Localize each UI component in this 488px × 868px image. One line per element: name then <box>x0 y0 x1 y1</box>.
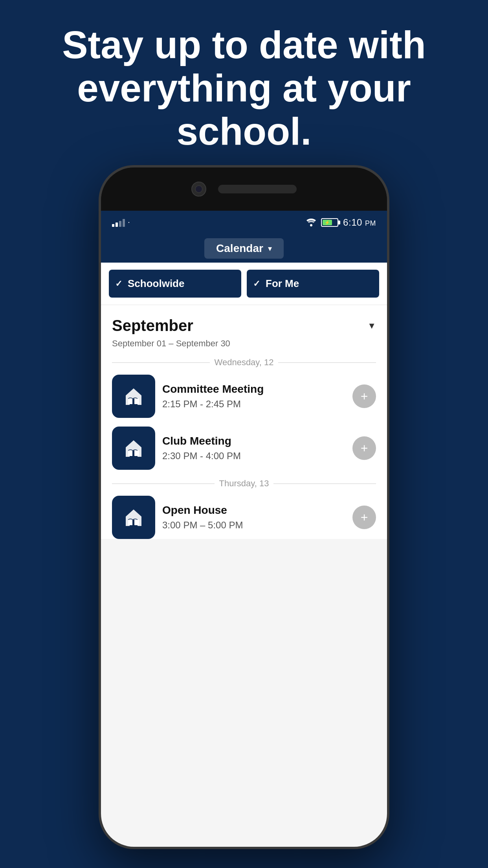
separator-line <box>112 484 215 484</box>
day-label-wed: Wednesday, 12 <box>215 357 274 368</box>
status-left: · <box>112 218 130 227</box>
status-time: 6:10 PM <box>343 217 376 228</box>
phone-screen: · 6:10 PM <box>101 211 387 847</box>
svg-rect-2 <box>128 399 133 404</box>
hero-headline: Stay up to date with everything at your … <box>0 24 488 153</box>
event-title-club: Club Meeting <box>162 435 345 447</box>
day-separator-wed: Wednesday, 12 <box>112 357 376 368</box>
chevron-down-icon: ▾ <box>268 244 272 253</box>
app-header: Calendar ▾ <box>101 234 387 263</box>
check-icon: ✓ <box>253 279 260 289</box>
add-club-button[interactable]: + <box>352 436 376 460</box>
status-right: 6:10 PM <box>306 217 376 228</box>
event-club-meeting: Club Meeting 2:30 PM - 4:00 PM + <box>112 427 376 470</box>
battery-icon <box>321 218 338 227</box>
phone-top-hardware <box>101 167 387 211</box>
check-icon: ✓ <box>115 279 122 289</box>
status-bar: · 6:10 PM <box>101 211 387 234</box>
month-range: September 01 – September 30 <box>112 338 376 349</box>
filter-forme-label: For Me <box>266 278 299 290</box>
add-committee-button[interactable]: + <box>352 384 376 408</box>
month-title: September <box>112 317 193 335</box>
separator-line <box>112 362 210 363</box>
svg-rect-7 <box>134 451 139 456</box>
event-icon-club <box>112 427 155 470</box>
speaker-grille <box>218 185 297 193</box>
day-label-thu: Thursday, 13 <box>219 478 269 489</box>
month-header: September ▼ <box>112 317 376 338</box>
event-icon-committee <box>112 375 155 418</box>
svg-point-0 <box>310 224 312 226</box>
event-details-openhouse: Open House 3:00 PM – 5:00 PM <box>162 504 345 531</box>
separator-line <box>278 362 376 363</box>
calendar-dropdown[interactable]: Calendar ▾ <box>204 238 284 259</box>
day-separator-thu: Thursday, 13 <box>112 478 376 489</box>
svg-rect-11 <box>134 520 139 525</box>
month-dropdown-icon[interactable]: ▼ <box>367 321 376 331</box>
event-time-committee: 2:15 PM - 2:45 PM <box>162 399 345 410</box>
svg-rect-10 <box>128 520 133 525</box>
filter-schoolwide-button[interactable]: ✓ Schoolwide <box>109 270 241 298</box>
svg-rect-6 <box>128 451 133 456</box>
event-time-openhouse: 3:00 PM – 5:00 PM <box>162 520 345 531</box>
filter-bar: ✓ Schoolwide ✓ For Me <box>101 263 387 305</box>
phone-mockup: · 6:10 PM <box>99 165 389 849</box>
add-openhouse-button[interactable]: + <box>352 506 376 529</box>
event-open-house: Open House 3:00 PM – 5:00 PM + <box>112 496 376 539</box>
event-committee-meeting: Committee Meeting 2:15 PM - 2:45 PM + <box>112 375 376 418</box>
event-icon-openhouse <box>112 496 155 539</box>
separator-line <box>273 484 376 484</box>
filter-schoolwide-label: Schoolwide <box>128 278 184 290</box>
event-title-openhouse: Open House <box>162 504 345 517</box>
calendar-title: Calendar <box>216 242 263 255</box>
event-details-committee: Committee Meeting 2:15 PM - 2:45 PM <box>162 383 345 410</box>
signal-dot: · <box>128 219 130 226</box>
signal-icon <box>112 218 125 227</box>
svg-rect-3 <box>134 399 139 404</box>
event-details-club: Club Meeting 2:30 PM - 4:00 PM <box>162 435 345 462</box>
event-time-club: 2:30 PM - 4:00 PM <box>162 451 345 462</box>
filter-forme-button[interactable]: ✓ For Me <box>247 270 379 298</box>
wifi-icon <box>306 219 316 226</box>
front-camera-icon <box>191 182 206 197</box>
calendar-body: September ▼ September 01 – September 30 … <box>101 305 387 539</box>
event-title-committee: Committee Meeting <box>162 383 345 395</box>
